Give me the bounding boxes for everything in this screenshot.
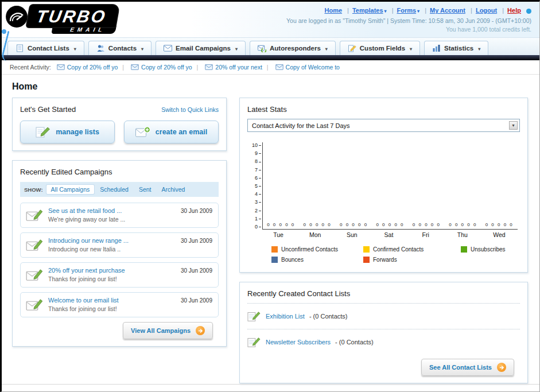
manage-lists-button[interactable]: manage lists xyxy=(20,121,115,143)
stats-period-value: Contact Activity for the Last 7 Days xyxy=(252,122,350,129)
header-link-my-account[interactable]: My Account xyxy=(421,7,465,14)
legend-item-unconfirmed: Unconfirmed Contacts xyxy=(271,246,358,253)
right-column: Latest Stats Contact Activity for the La… xyxy=(239,98,528,392)
chart-bar-group: 0 0 0 0 0 xyxy=(409,222,445,229)
campaign-list-item[interactable]: Welcome to our email list Thanks for joi… xyxy=(20,292,219,317)
header-link-templates[interactable]: Templates xyxy=(344,7,386,14)
recent-activity-bar: Recent Activity: Copy of 20% off yo Copy… xyxy=(2,60,539,75)
custom-fields-icon xyxy=(348,44,356,52)
x-axis-label: Thu xyxy=(444,231,481,238)
speedometer-icon xyxy=(5,5,28,28)
chart-x-axis: TueMonSunSatFriThuWed xyxy=(260,231,518,238)
recent-activity-item[interactable]: Copy of 20% off yo xyxy=(57,64,118,71)
campaign-title-link[interactable]: Introducing our new range ... xyxy=(48,237,129,244)
recent-activity-item[interactable]: Copy of 20% off yo xyxy=(120,64,192,71)
chart-bar-group: 0 0 0 0 0 xyxy=(372,222,408,229)
recent-activity-item[interactable]: 20% off your next xyxy=(195,64,262,71)
contact-list-name-link[interactable]: Newsletter Subscribers xyxy=(266,339,331,346)
campaign-list-item[interactable]: See us at the retail food ... We're givi… xyxy=(20,203,219,228)
left-column: Let's Get Started Switch to Quick Links … xyxy=(12,98,227,356)
chart-value-labels: 0 0 0 0 0 xyxy=(372,222,408,229)
envelope-icon xyxy=(164,44,172,52)
envelope-pencil-icon xyxy=(26,208,43,222)
switch-quick-links-link[interactable]: Switch to Quick Links xyxy=(161,106,219,113)
get-started-panel: Let's Get Started Switch to Quick Links … xyxy=(12,98,227,151)
view-all-campaigns-button[interactable]: View All Campaigns xyxy=(123,322,213,339)
contact-list-name-link[interactable]: Exhibition List xyxy=(266,313,305,320)
campaign-list-item[interactable]: 20% off your next purchase Thanks for jo… xyxy=(20,262,219,288)
chart-value-labels: 0 0 0 0 0 xyxy=(445,222,481,229)
chart-bar-group: 0 0 0 0 0 xyxy=(299,222,335,229)
contact-list-count: - (0 Contacts) xyxy=(309,313,348,320)
footer-divider xyxy=(2,384,539,385)
see-all-contact-lists-button[interactable]: See All Contact Lists xyxy=(421,359,514,376)
chevron-down-icon xyxy=(416,7,419,14)
nav-tab-label: Contacts xyxy=(108,45,137,52)
nav-tab-custom-fields[interactable]: Custom Fields xyxy=(340,41,420,55)
campaign-date: 30 Jun 2009 xyxy=(181,208,212,214)
y-axis-tick-label: 4 xyxy=(255,191,261,197)
chevron-down-icon xyxy=(409,45,412,52)
header-link-logout[interactable]: Logout xyxy=(467,7,497,14)
y-axis-tick-label: 6 xyxy=(255,175,261,181)
x-axis-label: Fri xyxy=(407,231,444,238)
recent-activity-item[interactable]: Copy of Welcome to xyxy=(265,64,340,71)
legend-swatch xyxy=(271,246,278,253)
x-axis-label: Wed xyxy=(481,231,518,238)
nav-tab-contact-lists[interactable]: Contact Lists xyxy=(7,41,84,55)
list-pencil-icon xyxy=(247,311,261,322)
legend-swatch xyxy=(461,246,467,253)
header-link-home[interactable]: Home xyxy=(324,7,342,14)
turbo-email-logo: TURBO EMAIL xyxy=(5,4,118,37)
view-all-campaigns-label: View All Campaigns xyxy=(131,327,191,334)
legend-swatch xyxy=(363,246,370,253)
chevron-down-icon xyxy=(234,45,238,52)
content-columns: Let's Get Started Switch to Quick Links … xyxy=(2,98,539,392)
campaign-title-link[interactable]: 20% off your next purchase xyxy=(48,267,125,274)
contact-activity-chart: 109876543210 0 0 0 0 00 0 0 0 00 0 0 0 0… xyxy=(250,142,518,230)
campaign-subtitle: Thanks for joining our list! xyxy=(48,305,119,312)
chevron-down-icon xyxy=(477,45,480,52)
tab-all-campaigns[interactable]: All Campaigns xyxy=(46,185,95,194)
divider xyxy=(247,329,520,329)
x-axis-label: Sun xyxy=(333,231,370,238)
tab-archived[interactable]: Archived xyxy=(157,185,189,194)
campaign-title-link[interactable]: See us at the retail food ... xyxy=(48,207,125,214)
campaign-subtitle: Thanks for joining our list! xyxy=(48,275,125,282)
legend-swatch xyxy=(363,257,370,263)
campaign-title-link[interactable]: Welcome to our email list xyxy=(48,297,119,304)
chevron-down-icon xyxy=(324,45,328,52)
tab-sent[interactable]: Sent xyxy=(134,185,156,194)
nav-tab-email-campaigns[interactable]: Email Campaigns xyxy=(156,41,246,55)
header-link-help[interactable]: Help xyxy=(499,7,521,14)
y-axis-tick-label: 0 xyxy=(255,224,261,230)
notification-dot-icon xyxy=(526,9,531,14)
contact-list-item[interactable]: Newsletter Subscribers - (0 Contacts) xyxy=(247,335,520,350)
nav-tab-label: Contact Lists xyxy=(28,45,69,52)
nav-tab-autoresponders[interactable]: Autoresponders xyxy=(250,41,336,55)
list-pencil-icon xyxy=(247,336,261,348)
chart-bar-group: 0 0 0 0 0 xyxy=(263,222,299,229)
x-axis-label: Sat xyxy=(370,231,407,238)
nav-tab-contacts[interactable]: Contacts xyxy=(88,41,151,55)
recent-campaigns-panel: Recently Edited Campaigns SHOW: All Camp… xyxy=(12,160,227,347)
create-email-button[interactable]: create an email xyxy=(124,121,219,143)
chart-y-axis: 109876543210 xyxy=(250,142,262,230)
envelope-pencil-icon xyxy=(26,238,43,252)
campaign-list: See us at the retail food ... We're givi… xyxy=(20,203,219,317)
pencil-list-icon xyxy=(36,126,50,138)
envelope-icon xyxy=(205,64,213,70)
nav-divider-bar xyxy=(2,55,539,60)
legend-item-unsubscribes: Unsubscribes xyxy=(461,246,520,253)
recent-activity-label: Recent Activity: xyxy=(10,64,51,71)
tab-scheduled[interactable]: Scheduled xyxy=(95,185,133,194)
campaign-list-item[interactable]: Introducing our new range ... Introducin… xyxy=(20,232,219,258)
nav-tab-label: Autoresponders xyxy=(270,45,321,52)
header-link-forms[interactable]: Forms xyxy=(389,7,420,14)
header-user-area: Home Templates Forms My Account Logout H… xyxy=(286,4,535,37)
nav-tab-statistics[interactable]: Statistics xyxy=(424,41,488,55)
y-axis-tick-label: 2 xyxy=(255,208,261,214)
nav-tab-label: Custom Fields xyxy=(360,45,405,52)
stats-period-select[interactable]: Contact Activity for the Last 7 Days ▾ xyxy=(247,119,520,132)
contact-list-item[interactable]: Exhibition List - (0 Contacts) xyxy=(247,309,520,324)
